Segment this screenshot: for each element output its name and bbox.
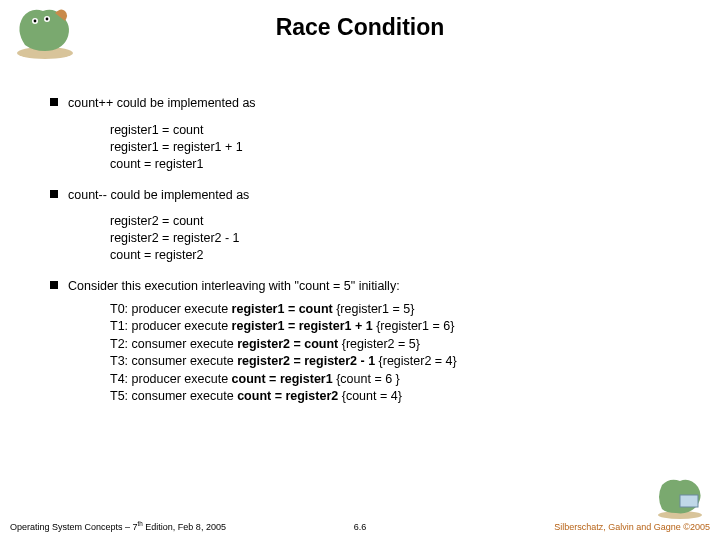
slide-footer: Operating System Concepts – 7th Edition,…: [0, 520, 720, 534]
code-line: count = register1: [110, 156, 680, 173]
code-block-2: register2 = count register2 = register2 …: [110, 213, 680, 264]
bullet-square-icon: [50, 281, 58, 289]
slide-title: Race Condition: [0, 14, 720, 41]
bullet-3: Consider this execution interleaving wit…: [50, 278, 680, 295]
code-line: register1 = register1 + 1: [110, 139, 680, 156]
bullet-1-text: count++ could be implemented as: [68, 96, 256, 110]
footer-right: Silberschatz, Galvin and Gagne ©2005: [554, 522, 710, 532]
svg-point-2: [34, 20, 37, 23]
svg-rect-6: [680, 495, 698, 507]
slide-content: count++ could be implemented as register…: [50, 95, 680, 406]
footer-left: Operating System Concepts – 7th Edition,…: [10, 520, 226, 532]
dinosaur-icon-top: [5, 5, 85, 60]
bullet-2-text: count-- could be implemented as: [68, 188, 249, 202]
trace-line: T3: consumer execute register2 = registe…: [110, 353, 680, 371]
bullet-square-icon: [50, 190, 58, 198]
footer-page-number: 6.6: [354, 522, 367, 532]
dinosaur-icon-bottom: [650, 475, 710, 520]
trace-line: T0: producer execute register1 = count {…: [110, 301, 680, 319]
code-line: register1 = count: [110, 122, 680, 139]
trace-line: T5: consumer execute count = register2 {…: [110, 388, 680, 406]
bullet-3-text: Consider this execution interleaving wit…: [68, 279, 400, 293]
trace-line: T4: producer execute count = register1 {…: [110, 371, 680, 389]
bullet-square-icon: [50, 98, 58, 106]
interleaving-block: T0: producer execute register1 = count {…: [110, 301, 680, 406]
code-block-1: register1 = count register1 = register1 …: [110, 122, 680, 173]
bullet-1: count++ could be implemented as: [50, 95, 680, 112]
code-line: register2 = count: [110, 213, 680, 230]
trace-line: T1: producer execute register1 = registe…: [110, 318, 680, 336]
trace-line: T2: consumer execute register2 = count {…: [110, 336, 680, 354]
code-line: count = register2: [110, 247, 680, 264]
bullet-2: count-- could be implemented as: [50, 187, 680, 204]
code-line: register2 = register2 - 1: [110, 230, 680, 247]
svg-point-4: [46, 18, 49, 21]
